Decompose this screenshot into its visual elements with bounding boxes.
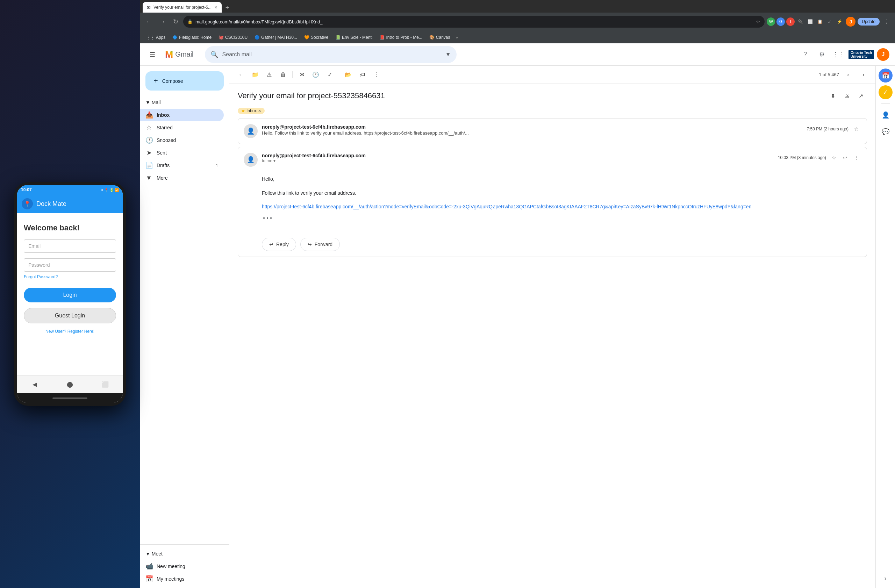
phone-welcome: Welcome back!	[24, 223, 116, 232]
next-email-button[interactable]: ›	[857, 68, 870, 81]
mail-section-header[interactable]: ▼ Mail	[140, 96, 229, 109]
sidebar-item-inbox[interactable]: 📥 Inbox	[140, 109, 224, 121]
forward-button[interactable]: →	[156, 16, 168, 27]
chat-sidebar-button[interactable]: 💬	[878, 125, 892, 139]
message-more-button[interactable]: • • •	[262, 212, 273, 224]
help-button[interactable]: ?	[798, 47, 812, 62]
gmail-menu-button[interactable]: ☰	[146, 47, 159, 62]
report-spam-button[interactable]: ⚠	[263, 68, 276, 81]
message-2-star-button[interactable]: ☆	[829, 153, 839, 162]
ext-icon-4[interactable]: 🔌	[796, 17, 804, 26]
phone-login-button[interactable]: Login	[24, 288, 116, 302]
bookmarks-more[interactable]: »	[456, 35, 458, 40]
more-toolbar-button[interactable]: ⋮	[370, 68, 382, 81]
meet-section-header[interactable]: ▼ Meet	[140, 547, 229, 560]
phone-password-input[interactable]: Password	[24, 258, 116, 271]
delete-button[interactable]: 🗑	[277, 68, 290, 81]
inbox-chip-close[interactable]: ✕	[258, 109, 261, 113]
print-button[interactable]: 🖨	[840, 89, 853, 102]
ext-icon-2[interactable]: G	[777, 17, 785, 26]
message-2-reply-button[interactable]: ↩	[840, 153, 850, 162]
sidebar-item-starred[interactable]: ☆ Starred	[140, 121, 224, 134]
gmail-logo-m-icon: M	[165, 49, 173, 60]
sidebar-item-new-meeting[interactable]: 📹 New meeting	[140, 560, 224, 573]
calendar-sidebar-button[interactable]: 📅	[878, 68, 892, 82]
sidebar-item-drafts[interactable]: 📄 Drafts 1	[140, 159, 224, 172]
apps-button[interactable]: ⋮⋮	[832, 47, 846, 62]
browser-chrome: ✉ Verify your email for project-5... ✕ +…	[140, 0, 895, 31]
mark-unread-button[interactable]: ✉	[296, 68, 308, 81]
back-to-inbox-button[interactable]: ←	[235, 68, 247, 81]
address-bar[interactable]: 🔒 mail.google.com/mail/u/0/#inbox/FMfcgx…	[183, 16, 765, 27]
email-message-1-header[interactable]: 👤 noreply@project-test-6cf4b.firebaseapp…	[238, 118, 867, 144]
phone-home-button[interactable]: ⬤	[65, 379, 75, 390]
browser-tabs: ✉ Verify your email for project-5... ✕ +	[140, 0, 895, 12]
reply-button[interactable]: ↩ Reply	[262, 238, 296, 251]
lock-icon: 🔒	[187, 19, 193, 24]
settings-button[interactable]: ⚙	[815, 47, 829, 62]
forward-button[interactable]: ↪ Forward	[300, 238, 340, 251]
message-1-avatar: 👤	[244, 124, 258, 138]
bookmark-icon[interactable]: ☆	[756, 19, 760, 24]
browser-profile-avatar[interactable]: J	[846, 17, 856, 27]
bookmark-gather[interactable]: 🔵 Gather | MATH30...	[252, 34, 300, 41]
sidebar-item-snoozed[interactable]: 🕐 Snoozed	[140, 134, 224, 147]
message-1-meta: noreply@project-test-6cf4b.firebaseapp.c…	[262, 124, 803, 136]
bookmark-fieldglass[interactable]: 🔷 Fieldglass: Home	[170, 34, 214, 41]
compose-button[interactable]: + Compose	[146, 71, 224, 91]
active-tab[interactable]: ✉ Verify your email for project-5... ✕	[143, 2, 221, 12]
gmail-app: ☰ M Gmail 🔍 Search mail ▼ ? ⚙ ⋮⋮ Ontario…	[140, 43, 895, 588]
phone-back-button[interactable]: ◀	[29, 379, 40, 390]
bookmark-csci[interactable]: 🐙 CSCI2010U	[216, 34, 250, 41]
message-1-star-button[interactable]: ☆	[851, 124, 861, 134]
chrome-menu-button[interactable]: ⋮	[882, 17, 892, 27]
email-message-2-header[interactable]: 👤 noreply@project-test-6cf4b.firebaseapp…	[238, 147, 867, 172]
snooze-button[interactable]: 🕐	[309, 68, 322, 81]
add-task-button[interactable]: ✓	[323, 68, 336, 81]
bookmark-introprob[interactable]: 📕 Intro to Prob - Me...	[376, 34, 425, 41]
ext-icon-5[interactable]: ⬜	[806, 17, 814, 26]
sidebar-item-my-meetings[interactable]: 📅 My meetings	[140, 573, 224, 585]
phone-guest-button[interactable]: Guest Login	[24, 308, 116, 323]
sidebar-item-more[interactable]: ▼ More	[140, 172, 224, 184]
reply-label: Reply	[276, 242, 289, 247]
ext-icon-3[interactable]: T	[786, 17, 795, 26]
tab-close-button[interactable]: ✕	[214, 5, 217, 10]
bookmark-envscie[interactable]: 📗 Env Scie - Menti	[332, 34, 375, 41]
bookmark-canvas[interactable]: 🎨 Canvas	[426, 34, 453, 41]
phone-register-link[interactable]: New User? Register Here!	[24, 329, 116, 334]
tasks-sidebar-button[interactable]: ✓	[878, 85, 892, 99]
back-button[interactable]: ←	[143, 16, 155, 27]
sidebar-drafts-label: Drafts	[156, 162, 211, 168]
phone-device: 10:07 ⚙ 📍 🔋 📶 📍 Dock Mate Welcome back! …	[14, 182, 126, 406]
sidebar-item-sent[interactable]: ➤ Sent	[140, 147, 224, 159]
message-2-more-button[interactable]: ⋮	[851, 153, 861, 162]
phone-recents-button[interactable]: ⬜	[100, 379, 111, 390]
ext-icon-1[interactable]: W	[767, 17, 775, 26]
expand-button[interactable]: ⬍	[827, 89, 839, 102]
contacts-sidebar-button[interactable]: 👤	[878, 108, 892, 122]
expand-sidebar-button[interactable]: ›	[878, 571, 892, 585]
user-avatar[interactable]: J	[877, 48, 889, 61]
move-to-button[interactable]: 📂	[342, 68, 355, 81]
archive-button[interactable]: 📁	[249, 68, 261, 81]
ext-icon-6[interactable]: 📋	[816, 17, 824, 26]
tab-title: Verify your email for project-5...	[153, 5, 211, 10]
update-button[interactable]: Update	[858, 18, 880, 26]
phone-email-input[interactable]: Email	[24, 239, 116, 253]
bookmark-socrative[interactable]: 🧡 Socrative	[301, 34, 331, 41]
ext-icon-7[interactable]: ↙	[825, 17, 834, 26]
bookmark-apps[interactable]: ⋮⋮ Apps	[143, 34, 168, 41]
open-new-window-button[interactable]: ↗	[854, 89, 867, 102]
verification-link[interactable]: https://project-test-6cf4b.firebaseapp.c…	[262, 204, 751, 209]
reload-button[interactable]: ↻	[170, 16, 181, 27]
new-tab-button[interactable]: +	[222, 3, 232, 12]
apps-icon: ⋮⋮	[146, 35, 155, 40]
canvas-icon: 🎨	[429, 35, 435, 40]
previous-email-button[interactable]: ‹	[842, 68, 854, 81]
ext-icon-8[interactable]: ⚡	[835, 17, 843, 26]
label-button[interactable]: 🏷	[356, 68, 369, 81]
gmail-search-bar[interactable]: 🔍 Search mail ▼	[205, 46, 457, 63]
phone-forgot-password[interactable]: Forgot Password?	[24, 274, 116, 279]
search-dropdown-icon[interactable]: ▼	[445, 52, 451, 58]
